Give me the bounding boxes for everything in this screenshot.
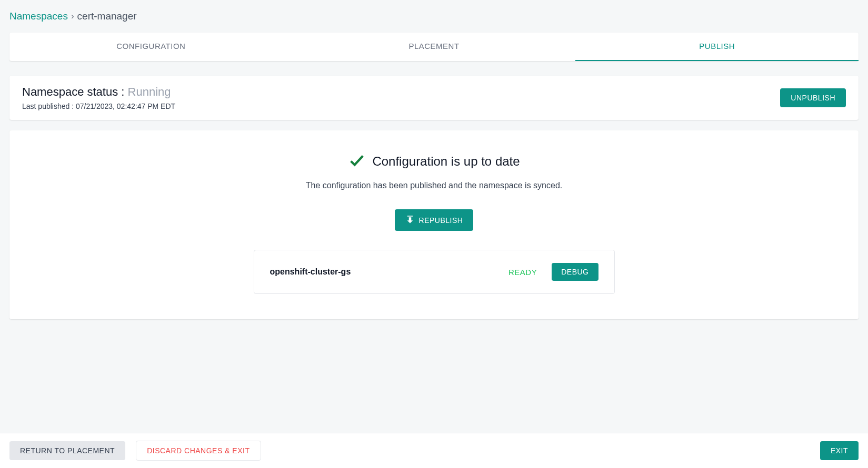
last-published: Last published : 07/21/2023, 02:42:47 PM… [22,102,175,110]
tabs-bar: CONFIGURATION PLACEMENT PUBLISH [9,33,859,61]
breadcrumb-current: cert-manager [77,11,137,22]
cluster-row: openshift-cluster-gs READY DEBUG [254,250,615,294]
unpublish-button[interactable]: UNPUBLISH [780,88,846,107]
checkmark-icon [348,151,366,171]
breadcrumb: Namespaces › cert-manager [9,11,859,22]
republish-label: REPUBLISH [419,216,463,225]
cluster-name: openshift-cluster-gs [270,267,509,277]
status-card: Namespace status : Running Last publishe… [9,76,859,120]
debug-button[interactable]: DEBUG [552,263,598,281]
republish-row: REPUBLISH [22,209,846,231]
namespace-status-label: Namespace status : [22,85,128,98]
return-to-placement-button[interactable]: RETURN TO PLACEMENT [9,441,125,460]
last-published-label: Last published : [22,102,76,110]
status-info: Namespace status : Running Last publishe… [22,85,175,110]
publish-icon [405,215,415,226]
tab-placement[interactable]: PLACEMENT [293,33,576,61]
sync-description: The configuration has been published and… [22,181,846,190]
discard-changes-exit-button[interactable]: DISCARD CHANGES & EXIT [136,441,261,461]
tab-publish[interactable]: PUBLISH [575,33,859,61]
tab-configuration[interactable]: CONFIGURATION [9,33,293,61]
breadcrumb-namespaces-link[interactable]: Namespaces [9,11,68,22]
sync-card: Configuration is up to date The configur… [9,130,859,319]
republish-button[interactable]: REPUBLISH [395,209,474,231]
breadcrumb-separator: › [71,11,74,22]
cluster-status: READY [508,268,537,277]
namespace-status-title: Namespace status : Running [22,85,175,99]
sync-header: Configuration is up to date [22,151,846,171]
sync-title: Configuration is up to date [372,154,520,169]
last-published-value: 07/21/2023, 02:42:47 PM EDT [76,102,175,110]
footer-bar: RETURN TO PLACEMENT DISCARD CHANGES & EX… [0,433,868,468]
namespace-status-value: Running [128,85,171,98]
exit-button[interactable]: EXIT [820,441,859,460]
